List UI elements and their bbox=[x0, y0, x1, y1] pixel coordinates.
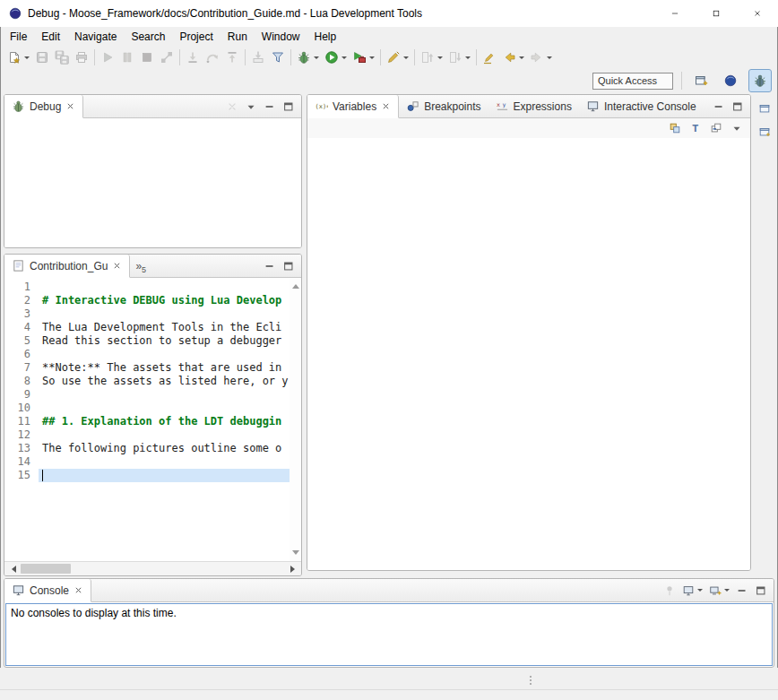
ldt-perspective-icon[interactable] bbox=[720, 70, 741, 91]
minimize-view-icon[interactable] bbox=[262, 258, 278, 274]
maximize-view-icon[interactable] bbox=[281, 258, 297, 274]
svg-text:y: y bbox=[502, 101, 506, 108]
open-task-icon[interactable] bbox=[384, 48, 411, 67]
dropdown-arrow-icon[interactable] bbox=[519, 56, 524, 59]
debug-icon[interactable] bbox=[294, 48, 322, 67]
scroll-left-arrow[interactable] bbox=[4, 562, 19, 576]
scroll-up-arrow[interactable] bbox=[292, 281, 299, 289]
variables-tab-strip: (x)=VariablesBreakpointsxyExpressionsInt… bbox=[307, 95, 704, 117]
dropdown-arrow-icon[interactable] bbox=[437, 56, 443, 59]
resize-grip[interactable] bbox=[530, 674, 532, 687]
maximize-view-icon[interactable] bbox=[753, 583, 769, 599]
new-icon[interactable] bbox=[4, 48, 32, 67]
line-number: 13 bbox=[4, 442, 30, 455]
quick-access-box[interactable]: Quick Access bbox=[592, 73, 673, 90]
variables-body bbox=[307, 138, 750, 570]
open-view-icon[interactable] bbox=[756, 123, 773, 141]
debug-view-header: Debug bbox=[4, 95, 301, 118]
menu-navigate[interactable]: Navigate bbox=[67, 29, 124, 45]
code-line bbox=[39, 388, 290, 402]
minimize-view-icon[interactable] bbox=[711, 99, 727, 115]
scroll-right-arrow[interactable] bbox=[287, 562, 301, 576]
back-icon[interactable] bbox=[499, 48, 527, 67]
line-number: 11 bbox=[4, 415, 30, 428]
dropdown-arrow-icon[interactable] bbox=[465, 56, 471, 59]
code-line: The Lua Development Tools in the Ecli bbox=[39, 321, 290, 334]
tab-expressions[interactable]: xyExpressions bbox=[488, 95, 579, 117]
debug-perspective-icon[interactable] bbox=[749, 70, 771, 91]
close-tab-icon[interactable] bbox=[73, 585, 83, 595]
tab-debug[interactable]: Debug bbox=[4, 95, 83, 118]
line-number: 4 bbox=[4, 321, 30, 334]
dropdown-arrow-icon[interactable] bbox=[24, 56, 30, 59]
external-tools-icon[interactable] bbox=[350, 48, 377, 67]
view-menu-icon[interactable] bbox=[729, 120, 745, 136]
run-icon[interactable] bbox=[322, 48, 350, 67]
close-tab-icon[interactable] bbox=[65, 101, 75, 111]
line-number: 6 bbox=[4, 348, 30, 361]
maximize-window-button[interactable] bbox=[696, 0, 737, 27]
drop-to-frame-icon bbox=[248, 48, 268, 67]
code-line bbox=[39, 348, 290, 361]
last-edit-location-icon[interactable] bbox=[480, 48, 499, 67]
editor-panel: Contribution_Gu »5 123456789101112131415… bbox=[4, 254, 302, 576]
tab-overflow-chevron[interactable]: »5 bbox=[130, 255, 151, 277]
scrollbar-track[interactable] bbox=[19, 562, 287, 575]
console-panel: Console No consoles to display at this t… bbox=[4, 578, 774, 668]
dropdown-arrow-icon[interactable] bbox=[403, 56, 409, 59]
toolbar-separator bbox=[245, 49, 246, 65]
maximize-view-icon[interactable] bbox=[281, 99, 297, 115]
dropdown-arrow-icon[interactable] bbox=[724, 589, 730, 592]
disconnect-icon bbox=[157, 48, 177, 67]
code-line: **Note:** The assets that are used in bbox=[39, 361, 290, 375]
restore-views-icon[interactable] bbox=[756, 99, 773, 117]
suspend-icon bbox=[117, 48, 137, 67]
open-console-icon[interactable] bbox=[707, 583, 731, 599]
dropdown-arrow-icon[interactable] bbox=[697, 589, 703, 592]
tab-variables[interactable]: (x)=Variables bbox=[307, 95, 399, 118]
tab-interactive-console[interactable]: Interactive Console bbox=[579, 95, 704, 117]
tab-breakpoints[interactable]: Breakpoints bbox=[399, 95, 488, 117]
tab-contribution-guide[interactable]: Contribution_Gu bbox=[4, 255, 130, 278]
minimize-view-icon[interactable] bbox=[734, 583, 750, 599]
chevron-count: 5 bbox=[142, 265, 146, 274]
use-step-filters-icon[interactable] bbox=[268, 48, 288, 67]
code-area[interactable]: # Interactive DEBUG using Lua DevelopThe… bbox=[39, 278, 290, 561]
breakpoints-icon bbox=[406, 99, 419, 113]
dropdown-arrow-icon[interactable] bbox=[369, 56, 375, 59]
scrollbar-thumb[interactable] bbox=[21, 564, 71, 574]
editor-body: 123456789101112131415 # Interactive DEBU… bbox=[4, 278, 301, 561]
status-bar bbox=[0, 668, 778, 700]
view-menu-icon[interactable] bbox=[243, 99, 259, 115]
menu-window[interactable]: Window bbox=[255, 29, 307, 45]
maximize-view-icon[interactable] bbox=[730, 99, 746, 115]
minimize-view-icon[interactable] bbox=[262, 99, 278, 115]
close-tab-icon[interactable] bbox=[112, 261, 122, 271]
dropdown-arrow-icon[interactable] bbox=[547, 56, 552, 59]
menu-file[interactable]: File bbox=[3, 29, 34, 45]
menu-help[interactable]: Help bbox=[307, 29, 344, 45]
open-perspective-icon[interactable] bbox=[690, 70, 712, 91]
display-selected-console-icon[interactable] bbox=[680, 583, 705, 599]
minimize-window-button[interactable] bbox=[654, 0, 696, 27]
line-number-ruler[interactable]: 123456789101112131415 bbox=[4, 278, 39, 561]
dropdown-arrow-icon[interactable] bbox=[341, 56, 347, 59]
dropdown-arrow-icon[interactable] bbox=[314, 56, 319, 59]
step-into-icon bbox=[183, 48, 203, 67]
collapse-all-icon[interactable] bbox=[708, 120, 724, 136]
show-type-names-icon[interactable]: T bbox=[687, 120, 704, 136]
tab-console[interactable]: Console bbox=[4, 579, 91, 602]
horizontal-scrollbar[interactable] bbox=[4, 561, 301, 575]
scroll-down-arrow[interactable] bbox=[292, 550, 299, 558]
menu-edit[interactable]: Edit bbox=[34, 29, 67, 45]
vertical-scrollbar[interactable] bbox=[290, 278, 301, 561]
show-logical-structures-icon[interactable] bbox=[667, 120, 683, 136]
close-tab-icon[interactable] bbox=[381, 101, 391, 111]
menu-project[interactable]: Project bbox=[172, 29, 220, 45]
close-window-button[interactable] bbox=[737, 0, 778, 27]
expressions-icon: xy bbox=[496, 99, 509, 113]
menu-run[interactable]: Run bbox=[220, 29, 255, 45]
menu-search[interactable]: Search bbox=[124, 29, 172, 45]
line-number: 8 bbox=[4, 375, 30, 388]
side-trim-bar bbox=[754, 96, 775, 571]
